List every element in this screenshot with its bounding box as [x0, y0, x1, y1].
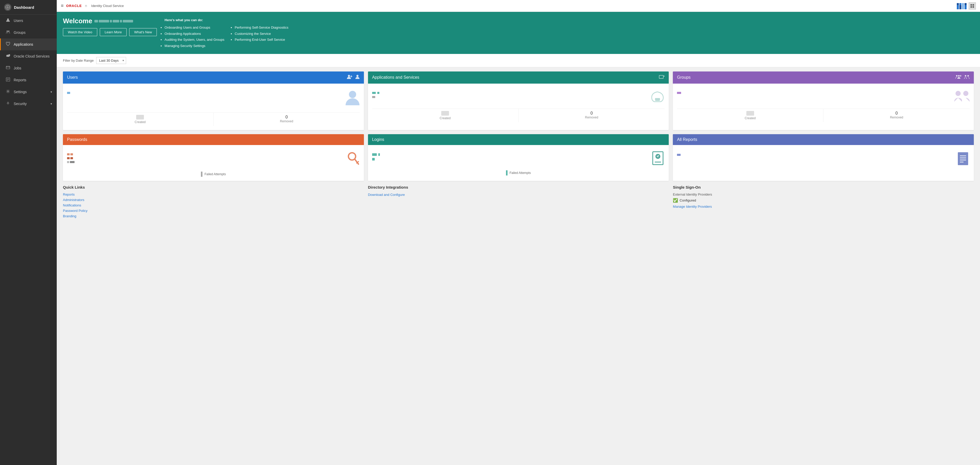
quick-link-notifications[interactable]: Notifications [63, 203, 364, 207]
logins-card-body: Failed Attempts [368, 145, 669, 180]
filter-bar: Filter by Date Range Last 30 Days Last 7… [57, 54, 980, 67]
service-name: Identity Cloud Service [91, 4, 124, 8]
topbar: ≡ ORACLE ® Identity Cloud Service [57, 0, 980, 12]
groups-stat-viz [677, 92, 681, 94]
avatar-pixel [957, 5, 959, 7]
groups-removed-label: Removed [824, 116, 969, 119]
groups-created-label: Created [678, 116, 822, 120]
welcome-banner: Welcome Watch the Video Learn More What'… [57, 12, 980, 54]
groups-card-body: Created 0 Removed [673, 84, 974, 126]
passwords-card-body: Failed Attempts [63, 145, 364, 181]
watch-video-button[interactable]: Watch the Video [63, 28, 97, 36]
users-body-inner [67, 88, 360, 110]
svg-point-4 [7, 31, 8, 32]
avatar-pixel [959, 5, 961, 7]
sidebar-item-users[interactable]: Users [0, 15, 57, 27]
svg-point-32 [958, 75, 959, 76]
groups-card-header: Groups [673, 72, 974, 84]
reports-stat-viz [677, 154, 681, 156]
blur-block [110, 20, 112, 22]
quick-link-administrators[interactable]: Administrators [63, 198, 364, 202]
learn-more-button[interactable]: Learn More [100, 28, 127, 36]
apps-card[interactable]: Applications and Services [368, 72, 669, 130]
sidebar-logo: Dashboard [0, 0, 57, 15]
sidebar-item-applications[interactable]: Applications [0, 38, 57, 50]
sso-status-text: Configured [679, 198, 696, 202]
content-area: Welcome Watch the Video Learn More What'… [57, 12, 980, 465]
passwords-card-title: Passwords [67, 137, 87, 142]
apps-created-value [441, 111, 449, 116]
welcome-item: Auditing the System, Users, and Groups [164, 37, 224, 43]
svg-point-24 [356, 75, 358, 77]
welcome-item: Onboarding Users and Groups [164, 24, 224, 30]
avatar-pixel [962, 3, 964, 5]
welcome-heading: Here's what you can do: [164, 17, 974, 23]
reports-icon [5, 77, 11, 83]
sidebar-item-security[interactable]: Security ▾ [0, 98, 57, 110]
oracle-logo: ORACLE [66, 4, 82, 8]
logins-card[interactable]: Logins [368, 134, 669, 181]
users-created-stat: Created [67, 113, 213, 126]
date-range-filter[interactable]: Last 30 Days Last 7 Days Last 90 Days La… [96, 57, 126, 64]
groups-stats: Created 0 Removed [677, 108, 970, 122]
dashboard-grid: Users [57, 67, 980, 185]
group-icon [964, 75, 970, 81]
add-group-icon [955, 75, 961, 81]
groups-created-value [746, 111, 754, 116]
apps-body-inner [372, 88, 665, 105]
users-card-title: Users [67, 75, 78, 80]
reports-body-inner [677, 150, 970, 169]
quick-link-password-policy[interactable]: Password Policy [63, 209, 364, 213]
date-range-select[interactable]: Last 30 Days Last 7 Days Last 90 Days La… [96, 57, 126, 64]
passwords-big-icon [347, 151, 360, 167]
apps-removed-stat: 0 Removed [519, 109, 665, 122]
apps-header-icons [659, 75, 665, 81]
welcome-item: Onboarding Applications [164, 31, 224, 37]
apps-removed-value: 0 [520, 111, 664, 116]
quick-link-reports[interactable]: Reports [63, 193, 364, 196]
download-configure-link[interactable]: Download and Configure [368, 193, 405, 197]
sidebar-item-settings[interactable]: Settings ▾ [0, 86, 57, 98]
svg-point-14 [8, 91, 9, 92]
passwords-failed-bar: Failed Attempts [201, 172, 226, 177]
failed-bar-indicator [201, 172, 202, 177]
users-card[interactable]: Users [63, 72, 364, 130]
svg-point-38 [963, 91, 968, 96]
users-card-body: Created 0 Removed [63, 84, 364, 130]
avatar-pixel [964, 3, 967, 5]
apps-card-body: Created 0 Removed [368, 84, 669, 126]
welcome-title: Welcome [63, 17, 157, 25]
groups-card[interactable]: Groups [673, 72, 974, 130]
logins-failed-label: Failed Attempts [510, 171, 531, 175]
welcome-username-blur [94, 20, 133, 22]
manage-identity-providers-link[interactable]: Manage Identity Providers [673, 205, 712, 209]
sso-check-icon: ✅ [673, 198, 678, 203]
sidebar-item-reports[interactable]: Reports [0, 74, 57, 86]
users-removed-stat: 0 Removed [213, 113, 360, 126]
dashboard-icon [4, 3, 11, 11]
groups-body-inner [677, 88, 970, 105]
svg-point-21 [348, 75, 350, 77]
quick-link-branding[interactable]: Branding [63, 214, 364, 218]
sidebar-groups-label: Groups [14, 30, 25, 35]
main-content: ≡ ORACLE ® Identity Cloud Service [57, 0, 980, 465]
passwords-card[interactable]: Passwords [63, 134, 364, 181]
sidebar-item-oracle-cloud[interactable]: Oracle Cloud Services [0, 50, 57, 62]
topbar-settings-button[interactable] [969, 2, 976, 10]
menu-icon[interactable]: ≡ [61, 3, 64, 8]
whats-new-button[interactable]: What's New [129, 28, 157, 36]
directory-section: Directory Integrations Download and Conf… [368, 185, 669, 220]
sidebar-item-groups[interactable]: Groups [0, 27, 57, 38]
user-avatar [957, 3, 967, 9]
directory-title: Directory Integrations [368, 185, 669, 190]
users-card-header: Users [63, 72, 364, 84]
users-stats: Created 0 Removed [67, 113, 360, 126]
reports-card-header: All Reports [673, 134, 974, 145]
sidebar-item-jobs[interactable]: Jobs [0, 62, 57, 74]
groups-big-icon [954, 90, 970, 104]
all-reports-card[interactable]: All Reports [673, 134, 974, 181]
avatar-pixel [964, 7, 967, 9]
users-header-icons [347, 75, 360, 81]
svg-rect-17 [970, 4, 972, 6]
svg-rect-20 [972, 6, 974, 8]
